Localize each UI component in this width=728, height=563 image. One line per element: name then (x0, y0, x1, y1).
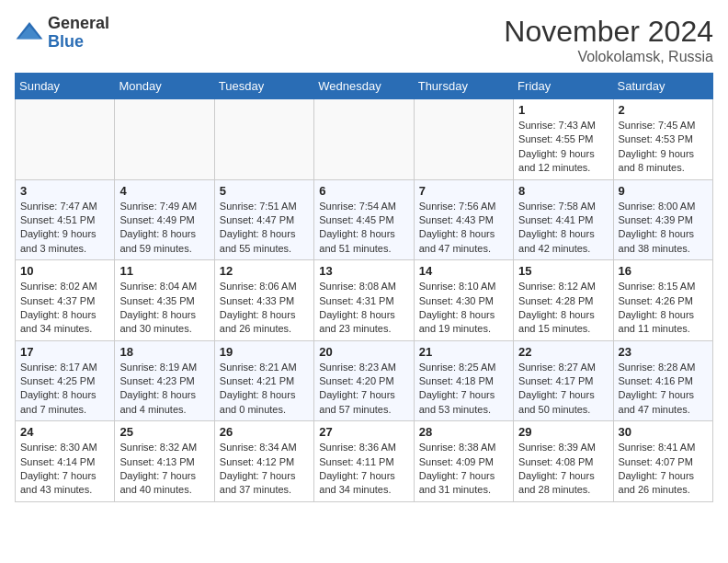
calendar-cell (115, 99, 214, 180)
day-number: 21 (419, 345, 508, 359)
day-number: 11 (119, 264, 209, 278)
day-info: Sunrise: 8:21 AMSunset: 4:21 PMDaylight:… (220, 361, 309, 418)
day-number: 30 (619, 425, 708, 439)
day-info: Sunrise: 7:58 AMSunset: 4:41 PMDaylight:… (518, 200, 608, 257)
calendar-cell: 1Sunrise: 7:43 AMSunset: 4:55 PMDaylight… (514, 99, 613, 180)
calendar-week-row: 10Sunrise: 8:02 AMSunset: 4:37 PMDayligh… (16, 260, 713, 341)
col-header-friday: Friday (514, 74, 613, 99)
day-info: Sunrise: 8:36 AMSunset: 4:11 PMDaylight:… (319, 441, 408, 498)
calendar-week-row: 24Sunrise: 8:30 AMSunset: 4:14 PMDayligh… (16, 421, 713, 502)
calendar-cell: 3Sunrise: 7:47 AMSunset: 4:51 PMDaylight… (16, 179, 115, 260)
day-number: 10 (20, 264, 109, 278)
day-number: 12 (220, 264, 309, 278)
calendar-cell: 24Sunrise: 8:30 AMSunset: 4:14 PMDayligh… (16, 421, 115, 502)
day-number: 25 (119, 425, 209, 439)
col-header-tuesday: Tuesday (214, 74, 313, 99)
day-info: Sunrise: 8:41 AMSunset: 4:07 PMDaylight:… (619, 441, 708, 498)
day-info: Sunrise: 8:34 AMSunset: 4:12 PMDaylight:… (220, 441, 309, 498)
col-header-wednesday: Wednesday (314, 74, 414, 99)
calendar-cell: 25Sunrise: 8:32 AMSunset: 4:13 PMDayligh… (115, 421, 214, 502)
header: General Blue November 2024 Volokolamsk, … (15, 15, 713, 65)
day-number: 26 (220, 425, 309, 439)
title-area: November 2024 Volokolamsk, Russia (504, 15, 713, 65)
day-info: Sunrise: 8:15 AMSunset: 4:26 PMDaylight:… (619, 280, 708, 337)
day-info: Sunrise: 8:06 AMSunset: 4:33 PMDaylight:… (220, 280, 309, 337)
calendar-week-row: 1Sunrise: 7:43 AMSunset: 4:55 PMDaylight… (16, 99, 713, 180)
calendar-week-row: 3Sunrise: 7:47 AMSunset: 4:51 PMDaylight… (16, 179, 713, 260)
day-number: 2 (619, 103, 708, 117)
day-number: 4 (119, 184, 209, 198)
day-number: 24 (20, 425, 109, 439)
calendar-cell (214, 99, 313, 180)
location-subtitle: Volokolamsk, Russia (504, 49, 713, 65)
calendar-cell: 30Sunrise: 8:41 AMSunset: 4:07 PMDayligh… (613, 421, 712, 502)
calendar-cell: 8Sunrise: 7:58 AMSunset: 4:41 PMDaylight… (514, 179, 613, 260)
month-title: November 2024 (504, 15, 713, 49)
calendar-cell: 17Sunrise: 8:17 AMSunset: 4:25 PMDayligh… (16, 340, 115, 421)
day-number: 6 (319, 184, 408, 198)
calendar-cell: 28Sunrise: 8:38 AMSunset: 4:09 PMDayligh… (414, 421, 513, 502)
col-header-thursday: Thursday (414, 74, 513, 99)
day-info: Sunrise: 8:27 AMSunset: 4:17 PMDaylight:… (518, 361, 608, 418)
calendar-cell: 22Sunrise: 8:27 AMSunset: 4:17 PMDayligh… (514, 340, 613, 421)
day-number: 7 (419, 184, 508, 198)
day-number: 9 (619, 184, 708, 198)
calendar-cell: 10Sunrise: 8:02 AMSunset: 4:37 PMDayligh… (16, 260, 115, 341)
calendar-cell (314, 99, 414, 180)
logo-general: General (48, 14, 109, 32)
calendar: SundayMondayTuesdayWednesdayThursdayFrid… (15, 73, 713, 502)
calendar-cell: 14Sunrise: 8:10 AMSunset: 4:30 PMDayligh… (414, 260, 513, 341)
calendar-cell: 11Sunrise: 8:04 AMSunset: 4:35 PMDayligh… (115, 260, 214, 341)
day-number: 23 (619, 345, 708, 359)
day-number: 27 (319, 425, 408, 439)
day-number: 15 (518, 264, 608, 278)
day-number: 16 (619, 264, 708, 278)
calendar-cell (414, 99, 513, 180)
day-info: Sunrise: 8:28 AMSunset: 4:16 PMDaylight:… (619, 361, 708, 418)
day-number: 17 (20, 345, 109, 359)
calendar-cell: 16Sunrise: 8:15 AMSunset: 4:26 PMDayligh… (613, 260, 712, 341)
day-number: 3 (20, 184, 109, 198)
calendar-cell: 20Sunrise: 8:23 AMSunset: 4:20 PMDayligh… (314, 340, 414, 421)
day-info: Sunrise: 7:43 AMSunset: 4:55 PMDaylight:… (518, 119, 608, 176)
day-number: 13 (319, 264, 408, 278)
day-number: 18 (119, 345, 209, 359)
calendar-cell (16, 99, 115, 180)
day-number: 8 (518, 184, 608, 198)
day-info: Sunrise: 8:39 AMSunset: 4:08 PMDaylight:… (518, 441, 608, 498)
day-info: Sunrise: 8:38 AMSunset: 4:09 PMDaylight:… (419, 441, 508, 498)
calendar-cell: 23Sunrise: 8:28 AMSunset: 4:16 PMDayligh… (613, 340, 712, 421)
calendar-cell: 2Sunrise: 7:45 AMSunset: 4:53 PMDaylight… (613, 99, 712, 180)
day-info: Sunrise: 8:08 AMSunset: 4:31 PMDaylight:… (319, 280, 408, 337)
calendar-cell: 18Sunrise: 8:19 AMSunset: 4:23 PMDayligh… (115, 340, 214, 421)
day-number: 19 (220, 345, 309, 359)
calendar-cell: 29Sunrise: 8:39 AMSunset: 4:08 PMDayligh… (514, 421, 613, 502)
day-info: Sunrise: 8:00 AMSunset: 4:39 PMDaylight:… (619, 200, 708, 257)
day-number: 5 (220, 184, 309, 198)
day-info: Sunrise: 7:47 AMSunset: 4:51 PMDaylight:… (20, 200, 109, 257)
logo-text: General Blue (48, 15, 109, 52)
calendar-cell: 9Sunrise: 8:00 AMSunset: 4:39 PMDaylight… (613, 179, 712, 260)
calendar-cell: 15Sunrise: 8:12 AMSunset: 4:28 PMDayligh… (514, 260, 613, 341)
calendar-cell: 19Sunrise: 8:21 AMSunset: 4:21 PMDayligh… (214, 340, 313, 421)
day-info: Sunrise: 8:25 AMSunset: 4:18 PMDaylight:… (419, 361, 508, 418)
day-info: Sunrise: 7:51 AMSunset: 4:47 PMDaylight:… (220, 200, 309, 257)
day-number: 22 (518, 345, 608, 359)
day-info: Sunrise: 7:45 AMSunset: 4:53 PMDaylight:… (619, 119, 708, 176)
calendar-header-row: SundayMondayTuesdayWednesdayThursdayFrid… (16, 74, 713, 99)
calendar-cell: 21Sunrise: 8:25 AMSunset: 4:18 PMDayligh… (414, 340, 513, 421)
calendar-cell: 26Sunrise: 8:34 AMSunset: 4:12 PMDayligh… (214, 421, 313, 502)
day-number: 20 (319, 345, 408, 359)
day-info: Sunrise: 8:12 AMSunset: 4:28 PMDaylight:… (518, 280, 608, 337)
day-info: Sunrise: 7:49 AMSunset: 4:49 PMDaylight:… (119, 200, 209, 257)
day-number: 28 (419, 425, 508, 439)
day-number: 14 (419, 264, 508, 278)
logo-blue: Blue (48, 32, 84, 51)
logo: General Blue (15, 15, 109, 52)
calendar-cell: 27Sunrise: 8:36 AMSunset: 4:11 PMDayligh… (314, 421, 414, 502)
day-info: Sunrise: 7:56 AMSunset: 4:43 PMDaylight:… (419, 200, 508, 257)
calendar-cell: 4Sunrise: 7:49 AMSunset: 4:49 PMDaylight… (115, 179, 214, 260)
calendar-cell: 5Sunrise: 7:51 AMSunset: 4:47 PMDaylight… (214, 179, 313, 260)
calendar-cell: 7Sunrise: 7:56 AMSunset: 4:43 PMDaylight… (414, 179, 513, 260)
day-info: Sunrise: 8:04 AMSunset: 4:35 PMDaylight:… (119, 280, 209, 337)
